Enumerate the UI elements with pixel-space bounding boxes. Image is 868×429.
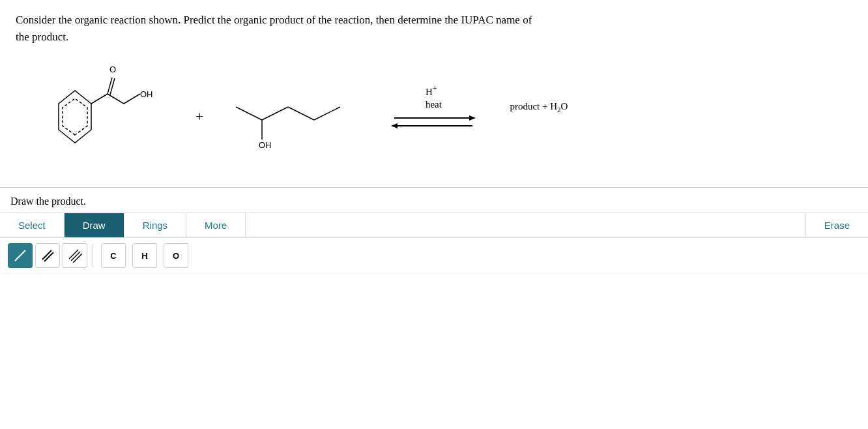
water-subscript: 2 — [557, 106, 561, 113]
separator-1 — [93, 244, 93, 267]
svg-line-19 — [15, 250, 25, 261]
more-tool[interactable]: More — [186, 213, 246, 237]
svg-text:OH: OH — [140, 89, 153, 99]
draw-section: Draw the product. Select Draw Rings More… — [0, 187, 868, 274]
toolbar: Select Draw Rings More Erase — [0, 213, 868, 238]
svg-line-22 — [69, 250, 78, 259]
oxygen-atom-button[interactable]: O — [164, 243, 188, 268]
question-container: Consider the organic reaction shown. Pre… — [0, 0, 717, 52]
svg-text:OH: OH — [259, 140, 272, 149]
draw-header: Draw the product. — [0, 188, 868, 213]
svg-line-10 — [262, 107, 288, 120]
condition-line1: H+ — [426, 83, 437, 99]
question-text-line2: the product. — [16, 31, 68, 43]
svg-line-9 — [236, 107, 262, 120]
select-tool[interactable]: Select — [0, 213, 65, 237]
draw-tool[interactable]: Draw — [65, 213, 124, 237]
molecule-1: O OH — [39, 58, 176, 162]
question-text-line1: Consider the organic reaction shown. Pre… — [16, 14, 532, 26]
svg-line-11 — [288, 107, 314, 120]
svg-marker-18 — [391, 123, 398, 128]
svg-marker-16 — [469, 115, 476, 121]
rings-tool[interactable]: Rings — [124, 213, 186, 237]
double-bond-button[interactable] — [35, 243, 60, 268]
triple-bond-button[interactable] — [63, 243, 87, 268]
svg-text:O: O — [109, 65, 116, 74]
arrow-conditions: H+ heat — [426, 83, 442, 111]
svg-line-24 — [73, 254, 82, 263]
carbon-atom-button[interactable]: C — [101, 243, 126, 268]
svg-line-3 — [108, 94, 124, 104]
equilibrium-arrow — [391, 113, 476, 131]
svg-line-12 — [314, 107, 340, 120]
erase-tool[interactable]: Erase — [805, 213, 868, 237]
reaction-arrow-area: H+ heat — [391, 83, 476, 131]
product-label: product + H2O — [510, 101, 568, 113]
hydrogen-atom-button[interactable]: H — [132, 243, 157, 268]
superscript-plus: + — [433, 84, 437, 93]
svg-line-23 — [71, 252, 80, 261]
condition-line2: heat — [426, 98, 442, 111]
bond-tools-row: C H O — [0, 238, 868, 274]
single-bond-button[interactable] — [8, 243, 33, 268]
svg-line-7 — [124, 94, 140, 104]
svg-line-2 — [91, 94, 108, 104]
reaction-diagram: O OH + OH H+ heat — [0, 52, 868, 182]
molecule-2: OH — [223, 71, 366, 149]
svg-marker-1 — [63, 98, 87, 135]
plus-sign: + — [195, 108, 203, 125]
